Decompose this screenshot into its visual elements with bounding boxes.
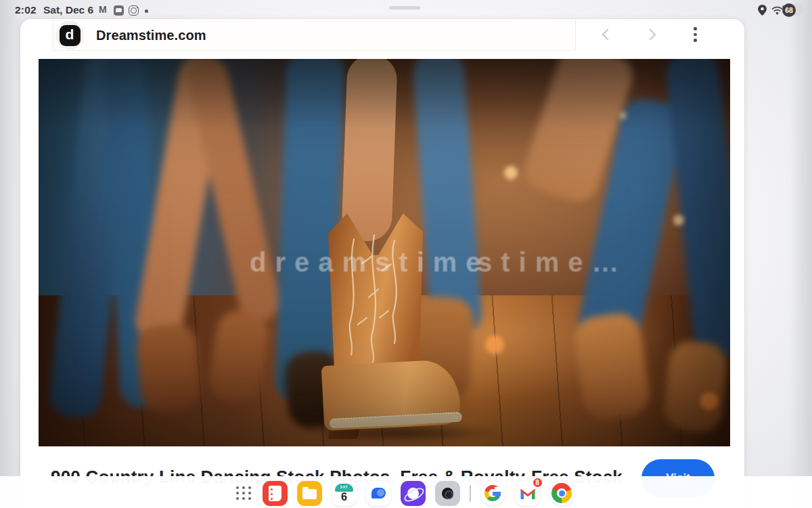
previous-image-button[interactable] — [602, 29, 614, 41]
dreamstime-watermark-partial: stime… — [477, 247, 628, 278]
source-site-name: Dreamstime.com — [96, 19, 206, 51]
gmail-notification-icon: M — [99, 4, 107, 15]
google-app-icon[interactable] — [480, 481, 505, 506]
messages-icon[interactable] — [366, 481, 391, 506]
gmail-icon[interactable]: 8 — [515, 481, 540, 506]
image-viewer-window: d Dreamstime.com — [20, 19, 744, 508]
my-files-icon[interactable] — [297, 481, 322, 506]
location-icon — [758, 5, 767, 18]
status-date: Sat, Dec 6 — [43, 4, 93, 16]
dreamstime-watermark: dreamstime — [250, 247, 490, 278]
next-image-button[interactable] — [645, 29, 656, 41]
app-drawer-icon[interactable] — [235, 485, 252, 501]
calendar-icon[interactable]: SAT 6 — [332, 481, 357, 506]
battery-percent: 68 — [782, 3, 796, 17]
battery-icon: 68 — [783, 4, 803, 16]
status-time: 2:02 — [15, 4, 37, 16]
samsung-internet-icon[interactable] — [401, 481, 426, 506]
more-notifications-dot — [145, 9, 148, 13]
stock-photo-line-dancing[interactable]: dreamstime stime… — [39, 59, 730, 446]
wifi-icon — [771, 5, 783, 18]
samsung-notes-icon[interactable] — [263, 481, 288, 506]
dreamstime-logo: d — [55, 21, 84, 49]
taskbar: SAT 6 8 — [0, 476, 812, 508]
taskbar-dock: SAT 6 8 — [235, 480, 574, 507]
calendar-weekday: SAT — [340, 484, 348, 490]
camera-icon[interactable] — [435, 481, 460, 506]
dock-divider — [470, 485, 471, 502]
gmail-unread-badge: 8 — [532, 477, 543, 488]
calendar-day: 6 — [332, 491, 357, 503]
chrome-icon[interactable] — [549, 481, 574, 506]
window-drag-handle[interactable] — [389, 6, 420, 9]
messages-notification-icon — [114, 5, 124, 16]
status-bar: 2:02 Sat, Dec 6 M 6 68 — [0, 0, 812, 19]
instagram-notification-icon — [129, 5, 139, 16]
dreamstime-logo-letter: d — [60, 25, 81, 46]
overflow-menu-button[interactable] — [694, 27, 697, 45]
